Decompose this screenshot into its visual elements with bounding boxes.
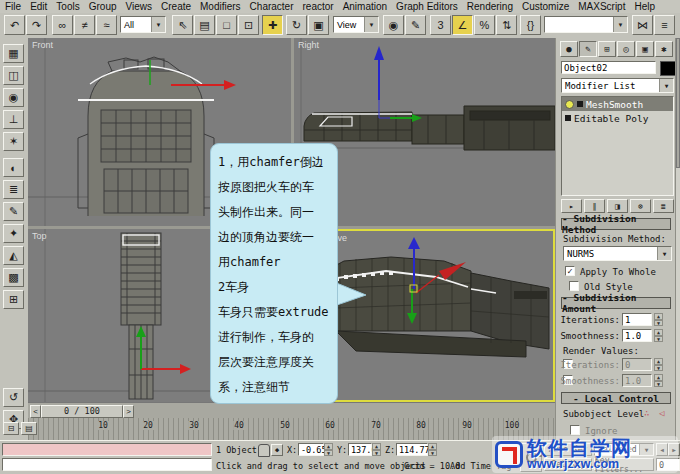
iterations-spinner[interactable]: ▲▼ bbox=[654, 313, 663, 326]
left-toolbar-star-icon[interactable]: ✶ bbox=[3, 132, 24, 151]
ignore-checkbox[interactable]: ✓ bbox=[570, 425, 580, 435]
time-next-button[interactable]: > bbox=[123, 405, 134, 418]
reference-coordinate-dropdown[interactable]: View ▼ bbox=[333, 16, 379, 33]
menu-group[interactable]: Group bbox=[89, 1, 117, 12]
time-slider-handle[interactable]: 0 / 100 bbox=[41, 405, 123, 418]
menu-tools[interactable]: Tools bbox=[56, 1, 79, 12]
panel-scrollbar-thumb[interactable] bbox=[676, 38, 680, 168]
render-smoothness-spinner[interactable]: ▲▼ bbox=[654, 374, 663, 387]
render-iterations-field[interactable]: 0 bbox=[622, 358, 652, 371]
rollout-local-control[interactable]: - Local Control bbox=[561, 392, 671, 404]
subdivision-method-dropdown[interactable]: NURMS ▼ bbox=[563, 246, 672, 261]
mirror-button[interactable]: ⋈ bbox=[632, 15, 653, 35]
old-style-checkbox[interactable]: ✓ bbox=[569, 281, 579, 291]
left-toolbar-spark-icon[interactable]: ✦ bbox=[3, 224, 24, 243]
percent-snap-button[interactable]: % bbox=[474, 15, 495, 35]
selection-lock-icon[interactable] bbox=[258, 444, 270, 457]
menu-character[interactable]: Character bbox=[250, 1, 294, 12]
viewport-right-label[interactable]: Right bbox=[298, 40, 319, 50]
select-object-button[interactable]: ⇖ bbox=[172, 15, 193, 35]
left-toolbar-grid-icon[interactable]: ▩ bbox=[3, 268, 24, 287]
unlink-icon[interactable]: ≠ bbox=[74, 15, 95, 35]
tab-display[interactable]: ▣ bbox=[636, 41, 654, 57]
named-selection-dropdown[interactable]: ▼ bbox=[544, 16, 628, 33]
left-toolbar-shapes-icon[interactable]: ◫ bbox=[3, 66, 24, 85]
snap-toggle-button[interactable]: 3 bbox=[430, 15, 451, 35]
z-spinner[interactable]: ▲▼ bbox=[428, 443, 437, 456]
tab-modify[interactable]: ✎ bbox=[579, 41, 597, 57]
bind-spacewarp-icon[interactable]: ≈ bbox=[96, 15, 117, 35]
angle-snap-button[interactable]: ∠ bbox=[452, 15, 473, 35]
visibility-bulb-icon[interactable] bbox=[565, 100, 574, 109]
chevron-down-icon[interactable]: ▼ bbox=[613, 17, 627, 32]
time-prev-button[interactable]: < bbox=[30, 405, 41, 418]
maxscript-listener-pink[interactable] bbox=[2, 443, 212, 456]
menu-reactor[interactable]: reactor bbox=[303, 1, 334, 12]
object-name-field[interactable]: Object02 bbox=[561, 61, 656, 74]
modifier-list-dropdown[interactable]: Modifier List ▼ bbox=[561, 78, 674, 93]
select-and-scale-button[interactable]: ▣ bbox=[308, 15, 329, 35]
remove-modifier-button[interactable]: ⊗ bbox=[630, 199, 651, 213]
y-spinner[interactable]: ▲▼ bbox=[372, 443, 381, 456]
time-slider-track[interactable]: < 0 / 100 > bbox=[28, 402, 555, 419]
menu-animation[interactable]: Animation bbox=[343, 1, 387, 12]
select-link-icon[interactable]: ∞ bbox=[52, 15, 73, 35]
apply-to-whole-label[interactable]: Apply To Whole bbox=[580, 267, 656, 277]
select-by-name-button[interactable]: ▤ bbox=[194, 15, 215, 35]
vertex-subobject-icon[interactable]: ∴ bbox=[644, 408, 649, 418]
menu-edit[interactable]: Edit bbox=[30, 1, 47, 12]
z-coordinate-field[interactable]: 114.779 bbox=[396, 443, 428, 456]
object-color-swatch[interactable] bbox=[660, 61, 676, 76]
viewport-front-label[interactable]: Front bbox=[32, 40, 53, 50]
left-toolbar-sphere-icon[interactable]: ◉ bbox=[3, 88, 24, 107]
filter-tracks-icon[interactable]: ▤ bbox=[21, 422, 37, 435]
rollout-subdivision-amount[interactable]: - Subdivision Amount bbox=[561, 297, 671, 309]
maxscript-listener-white[interactable] bbox=[2, 458, 212, 471]
menu-modifiers[interactable]: Modifiers bbox=[200, 1, 241, 12]
configure-stack-button[interactable]: ≣ bbox=[653, 199, 674, 213]
smoothness-field[interactable]: 1.0 bbox=[622, 329, 652, 342]
viewport-top-label[interactable]: Top bbox=[32, 231, 47, 241]
chevron-down-icon[interactable]: ▼ bbox=[657, 247, 671, 260]
rollout-subdivision-method[interactable]: - Subdivision Method bbox=[561, 218, 671, 230]
render-iterations-spinner[interactable]: ▲▼ bbox=[654, 358, 663, 371]
named-selection-sets-button[interactable]: {} bbox=[520, 15, 541, 35]
tab-utilities[interactable]: ✱ bbox=[655, 41, 673, 57]
old-style-label[interactable]: Old Style bbox=[584, 282, 633, 292]
show-end-result-button[interactable]: ∥ bbox=[584, 199, 605, 213]
iterations-field[interactable]: 1 bbox=[622, 313, 652, 326]
left-toolbar-objects-icon[interactable]: ▦ bbox=[3, 44, 24, 63]
left-toolbar-compound-icon[interactable]: ◐ bbox=[3, 158, 24, 177]
left-toolbar-box-icon[interactable]: ⊞ bbox=[3, 290, 24, 309]
menu-create[interactable]: Create bbox=[161, 1, 191, 12]
render-smoothness-field[interactable]: 1.0 bbox=[622, 374, 652, 387]
apply-to-whole-checkbox[interactable]: ✓ bbox=[565, 266, 575, 276]
chevron-down-icon[interactable]: ▼ bbox=[151, 17, 165, 32]
x-spinner[interactable]: ▲▼ bbox=[324, 443, 333, 456]
menu-file[interactable]: File bbox=[5, 1, 21, 12]
use-center-button[interactable]: ◉ bbox=[383, 15, 404, 35]
track-bar[interactable]: 10 20 30 40 50 60 70 80 90 100 bbox=[28, 418, 555, 440]
menu-rendering[interactable]: Rendering bbox=[467, 1, 513, 12]
align-button[interactable]: ≡ bbox=[654, 15, 675, 35]
stack-item-editable-poly[interactable]: Editable Poly bbox=[562, 111, 673, 125]
select-and-move-button[interactable]: ✚ bbox=[262, 15, 283, 35]
left-toolbar-orbit-icon[interactable]: ↺ bbox=[3, 388, 24, 407]
rect-selection-region-button[interactable]: □ bbox=[216, 15, 237, 35]
select-and-manipulate-button[interactable]: ✎ bbox=[405, 15, 426, 35]
left-toolbar-layers-icon[interactable]: ≣ bbox=[3, 180, 24, 199]
edge-subobject-icon[interactable]: ◁ bbox=[659, 408, 664, 418]
menu-help[interactable]: Help bbox=[634, 1, 655, 12]
panel-scrollbar[interactable] bbox=[675, 38, 680, 440]
undo-icon[interactable]: ↶ bbox=[4, 15, 25, 35]
tab-motion[interactable]: ◎ bbox=[617, 41, 635, 57]
stack-item-meshsmooth[interactable]: MeshSmooth bbox=[562, 97, 673, 111]
left-toolbar-cone-icon[interactable]: ◭ bbox=[3, 246, 24, 265]
menu-customize[interactable]: Customize bbox=[522, 1, 569, 12]
menu-graph-editors[interactable]: Graph Editors bbox=[396, 1, 458, 12]
tab-hierarchy[interactable]: ⊞ bbox=[598, 41, 616, 57]
window-crossing-button[interactable]: ⊡ bbox=[238, 15, 259, 35]
chevron-down-icon[interactable]: ▼ bbox=[659, 79, 673, 92]
selection-filter-dropdown[interactable]: All ▼ bbox=[120, 16, 166, 33]
pin-stack-button[interactable]: ▸ bbox=[561, 199, 582, 213]
